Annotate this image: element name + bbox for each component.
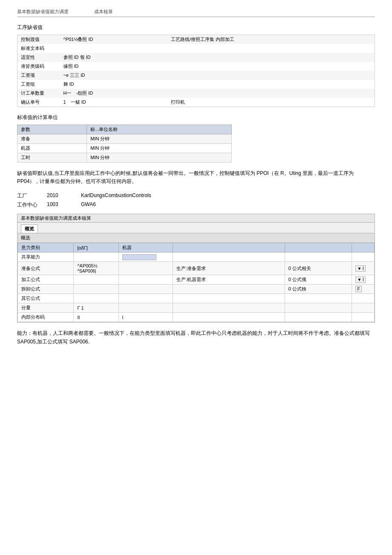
description-2: 能力：有机器，人工和两者都需要。一般情况下，在能力类型里面填写机器，即此工作中心… [17,329,375,346]
row-value1 [60,44,168,53]
cat-btn[interactable]: F [352,285,375,294]
cat-formula [285,313,352,322]
cat-label: 加工公式 [18,275,74,285]
col-unit: 标...单位名称 [87,125,232,134]
cat-formula: 0 公式秧 [285,285,352,294]
section1-title: 工序缺省值 [17,24,375,31]
capacity-row-internal: 内部分布码 II Ι [18,313,375,322]
table-row: 工资组 舞 ID [17,80,375,89]
row-value2: 打印机 [167,98,375,107]
cat-machine [118,285,173,294]
capacity-table: 意力类别 [oδΓ] 机器 共享能力 准备公式 [17,243,375,322]
capacity-row-shared: 共享能力 [18,253,375,262]
row-value2 [167,89,375,98]
section-units: 标准值的计算单位 参数 标...单位名称 准备 MIN 分钟 机器 MIN 分钟… [17,114,375,163]
cat-code: ^AP005½^SAP006| [74,262,118,275]
overview-label: 概选 [17,233,375,243]
row-value2 [167,44,375,53]
defaults-table: 控制渡值 ^P01½叠照 ID 工艺路线/僚照工序集 内部加工 标准文本码 适宜… [17,35,375,107]
workcenter-value: 1003 [47,201,81,209]
section2-title: 标准值的计算单位 [17,114,375,121]
units-table: 参数 标...单位名称 准备 MIN 分钟 机器 MIN 分钟 工时 MIN 分… [17,125,232,163]
capacity-row-disassemble: 拆卸公式 0 公式秧 F [18,285,375,294]
cat-field1: 生产:机器需求 [173,275,285,285]
table-row: 准皆类级码 缘照 ID [17,62,375,71]
factory-value: 2010 [47,192,81,200]
col-empty2 [285,243,352,253]
row-label: 计工单数量 [17,89,60,98]
capacity-row-component: 分量 Γ 1 [18,303,375,313]
table-row: 工资项 ~e 三三 iD [17,71,375,80]
param-label: 机器 [17,144,87,153]
cat-formula: 0 公式俄 [285,275,352,285]
col-code: [oδΓ] [74,243,118,253]
col-category: 意力类别 [18,243,74,253]
row-value2 [167,53,375,62]
workcenter-label: 工作中心 [17,201,47,209]
cat-label: 分量 [18,303,74,313]
cat-field1 [173,303,285,313]
col-empty1 [173,243,285,253]
cat-label: 共享能力 [18,253,74,262]
cat-machine [118,303,173,313]
cat-btn [352,303,375,313]
capacity-row-process: 加工公式 生产:机器需求 0 公式俄 ▼ I [18,275,375,285]
row-value1: 舞 ID [60,80,168,89]
row-value1: 参照 ID 彀 ID [60,53,168,62]
param-label: 准备 [17,134,87,144]
cat-code [74,253,118,262]
section3-title: 基本数据缺省值能力调度成本核算 [21,215,91,221]
cat-machine [118,262,173,275]
unit-value: MIN 分钟 [87,134,232,144]
cat-btn[interactable]: ▼ I [352,275,375,285]
cat-formula [285,294,352,303]
section-defaults: 工序缺省值 控制渡值 ^P01½叠照 ID 工艺路线/僚照工序集 内部加工 标准… [17,24,375,107]
row-value2 [167,80,375,89]
cat-formula [285,303,352,313]
row-label: 控制渡值 [17,35,60,44]
cat-label: 其它公式 [18,294,74,303]
formula-value: 0 公式相关 [288,266,311,271]
unit-value: MIN 分钟 [87,153,232,163]
row-label: 标准文本码 [17,44,60,53]
cat-field1 [173,313,285,322]
unit-row: 准备 MIN 分钟 [17,134,232,144]
unit-row: 机器 MIN 分钟 [17,144,232,153]
tab-overview[interactable]: 概览 [21,224,38,233]
unit-row: 工时 MIN 分钟 [17,153,232,163]
cat-field1 [173,285,285,294]
cat-field1: 生产:准备需求 [173,262,285,275]
param-label: 工时 [17,153,87,163]
table-row: 标准文本码 [17,44,375,53]
row-value1: ^P01½叠照 ID [60,35,168,44]
description-1: 缺省值即默认值,当工序里面应用此工作中心的时候,默认值将会被一同带出。一般情况下… [17,169,375,186]
cat-btn [352,253,375,262]
cat-code [74,285,118,294]
col-empty3 [352,243,375,253]
row-label: 工资项 [17,71,60,80]
nav-item-2[interactable]: 成本核算 [94,9,113,15]
formula-value: 0 公式秧 [288,286,306,291]
cat-field1 [173,253,285,262]
cat-code [74,294,118,303]
cat-btn[interactable]: ▼ I [352,262,375,275]
factory-label: 工厂 [17,192,47,200]
cat-code [74,275,118,285]
cat-formula: 0 公式相关 [285,262,352,275]
formula-value: 0 公式俄 [288,277,306,282]
row-value2 [167,62,375,71]
col-machine: 机器 [118,243,173,253]
row-value2 [167,71,375,80]
row-value2: 工艺路线/僚照工序集 内部加工 [167,35,375,44]
factory-name: KarlDungsCombustionControls [81,192,375,200]
capacity-row-prep: 准备公式 ^AP005½^SAP006| 生产:准备需求 0 公式相关 ▼ I [18,262,375,275]
cat-label: 拆卸公式 [18,285,74,294]
unit-value: MIN 分钟 [87,144,232,153]
table-row: 适宜性 参照 ID 彀 ID [17,53,375,62]
row-label: 准皆类级码 [17,62,60,71]
section3-header: 基本数据缺省值能力调度成本核算 [17,214,375,223]
cat-btn [352,294,375,303]
cat-code: II [74,313,118,322]
nav-item-1[interactable]: 基本数据缺省值能力调度 [17,9,69,15]
cat-machine: Ι [118,313,173,322]
